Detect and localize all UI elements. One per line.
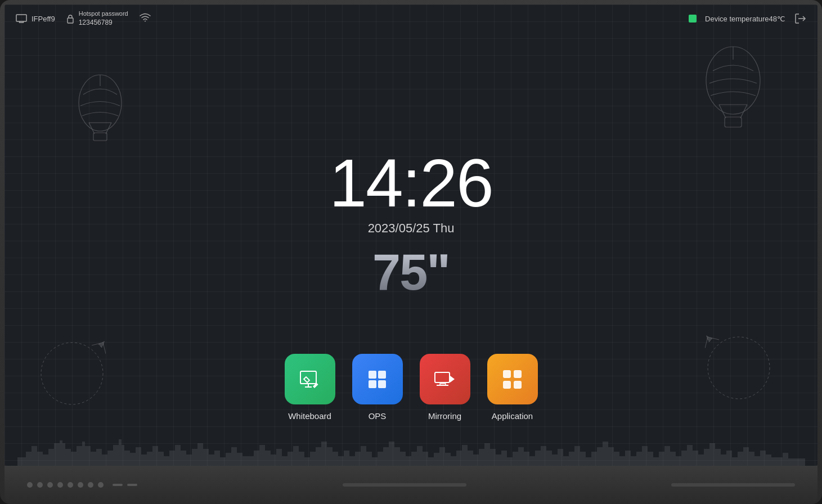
indicator-dash-2 xyxy=(127,484,137,486)
device-name-container: IFPeff9 xyxy=(16,14,55,23)
exit-icon[interactable] xyxy=(794,12,806,25)
date-display: 2023/05/25 Thu xyxy=(368,221,455,236)
status-bar: IFPeff9 Hotspot password 123456789 xyxy=(5,4,817,33)
balloon-right-decoration xyxy=(699,44,767,136)
indicator-dot-8 xyxy=(98,482,104,488)
application-icon[interactable] xyxy=(487,354,538,404)
indicator-dot-1 xyxy=(27,482,33,488)
lock-icon xyxy=(66,14,74,24)
svg-line-2 xyxy=(106,123,111,134)
svg-rect-33 xyxy=(378,371,386,379)
mirroring-icon[interactable] xyxy=(420,354,470,404)
balloon-left-decoration xyxy=(72,72,128,147)
svg-rect-41 xyxy=(514,370,522,378)
temp-indicator xyxy=(689,15,697,22)
svg-rect-20 xyxy=(16,15,26,21)
application-label: Application xyxy=(492,411,533,421)
svg-rect-40 xyxy=(503,370,511,378)
app-row: Whiteboard OPS xyxy=(285,354,538,421)
skyline-decoration xyxy=(5,435,817,466)
svg-point-25 xyxy=(145,21,146,22)
svg-rect-36 xyxy=(435,372,450,382)
temp-label: Device temperature48℃ xyxy=(705,15,785,23)
app-application[interactable]: Application xyxy=(487,354,538,421)
monitor-bottom-bar xyxy=(5,466,817,504)
bottom-speaker-left xyxy=(343,483,466,487)
hotspot-label: Hotspot password xyxy=(79,10,128,18)
indicator-dot-4 xyxy=(57,482,63,488)
wifi-icon xyxy=(140,13,151,22)
whiteboard-icon[interactable] xyxy=(285,354,335,404)
indicator-dot-5 xyxy=(68,482,73,488)
svg-point-16 xyxy=(708,337,770,399)
wifi-icon-container xyxy=(140,13,151,24)
bottom-speaker-right xyxy=(671,483,795,487)
svg-rect-32 xyxy=(369,371,376,379)
svg-line-1 xyxy=(89,123,95,134)
bottom-dots xyxy=(27,482,137,488)
app-whiteboard[interactable]: Whiteboard xyxy=(285,354,335,421)
ops-icon[interactable] xyxy=(352,354,403,404)
screen: IFPeff9 Hotspot password 123456789 xyxy=(5,4,817,466)
svg-rect-24 xyxy=(68,18,73,23)
mirroring-label: Mirroring xyxy=(428,411,461,421)
svg-line-8 xyxy=(740,105,747,118)
svg-rect-34 xyxy=(369,380,376,388)
app-ops[interactable]: OPS xyxy=(352,354,403,421)
deco-circle-left xyxy=(38,340,106,410)
monitor-frame: IFPeff9 Hotspot password 123456789 xyxy=(0,0,822,504)
device-name-label: IFPeff9 xyxy=(32,15,55,23)
whiteboard-label: Whiteboard xyxy=(288,411,331,421)
indicator-dot-2 xyxy=(37,482,43,488)
indicator-dot-3 xyxy=(47,482,53,488)
screen-size-display: 75" xyxy=(372,247,450,298)
svg-rect-9 xyxy=(725,117,742,127)
app-mirroring[interactable]: Mirroring xyxy=(420,354,470,421)
indicator-dot-7 xyxy=(88,482,93,488)
deco-circle-right xyxy=(705,334,772,404)
ops-label: OPS xyxy=(369,411,387,421)
status-left: IFPeff9 Hotspot password 123456789 xyxy=(16,10,151,28)
monitor-icon xyxy=(16,14,27,23)
indicator-dash-1 xyxy=(113,484,123,486)
svg-rect-3 xyxy=(93,133,107,141)
hotspot-password: 123456789 xyxy=(79,18,128,28)
svg-rect-43 xyxy=(514,381,522,389)
svg-rect-42 xyxy=(503,381,511,389)
clock-display: 14:26 xyxy=(329,149,492,217)
status-right: Device temperature48℃ xyxy=(689,12,806,25)
svg-point-12 xyxy=(41,343,103,404)
center-content: 14:26 2023/05/25 Thu 75" xyxy=(329,149,492,298)
svg-line-7 xyxy=(719,105,726,118)
svg-rect-35 xyxy=(378,380,386,388)
indicator-dot-6 xyxy=(78,482,83,488)
hotspot-info: Hotspot password 123456789 xyxy=(66,10,128,28)
